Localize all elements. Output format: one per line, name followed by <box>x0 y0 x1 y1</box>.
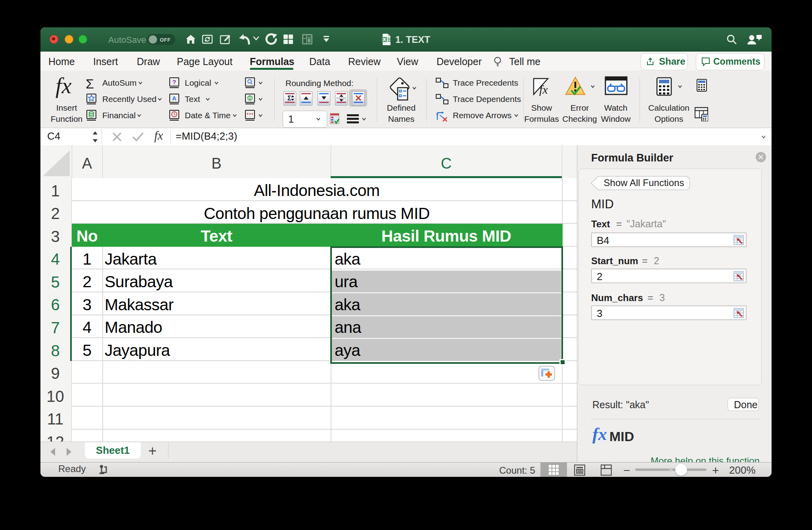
svg-text:fx: fx <box>539 83 548 96</box>
svg-text:Show All Functions: Show All Functions <box>604 177 684 188</box>
svg-text:?: ? <box>172 79 176 85</box>
svg-text:A: A <box>172 95 176 102</box>
svg-text:Σ: Σ <box>287 95 291 102</box>
